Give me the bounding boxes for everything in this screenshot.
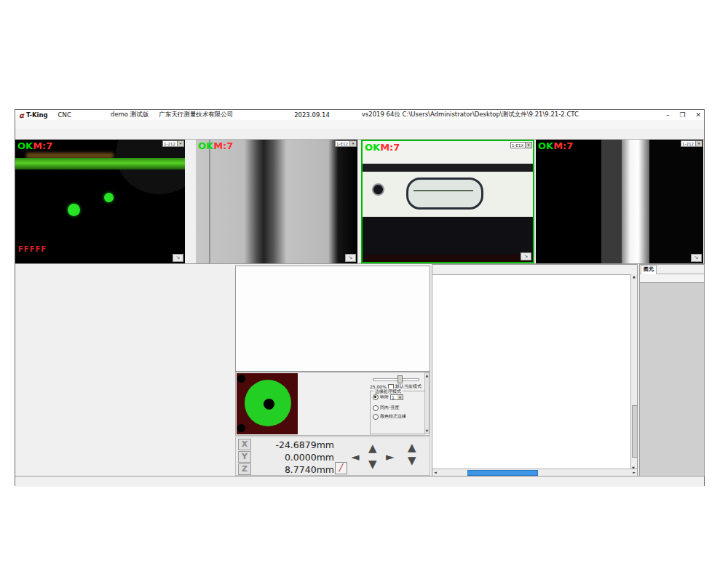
z-value: 8.7740mm	[256, 464, 334, 475]
snap-level-dropdown[interactable]: 1	[390, 394, 403, 400]
camera1-magnification-dropdown[interactable]: 1-212▾	[162, 140, 184, 147]
light-options: 25.00% 默认当前模式 边缘处理模式 吸附1 同向-强度 颜色校正边缘	[368, 373, 427, 434]
camera1-resize-grip[interactable]: ↘	[173, 254, 183, 262]
detail-panel-empty-area	[640, 365, 704, 476]
camera3-dark-band-top	[363, 164, 533, 172]
table-tabs	[432, 265, 637, 275]
chevron-down-icon: ▾	[349, 141, 356, 146]
app-name: CNC	[58, 111, 71, 119]
edge-mode-group: 边缘处理模式 吸附1 同向-强度 颜色校正边缘	[370, 391, 425, 434]
app-edition: demo 测试版	[111, 111, 149, 119]
ring-mode-buttons	[299, 374, 310, 435]
radio-direction-strength[interactable]	[373, 405, 379, 411]
table-horizontal-scrollbar[interactable]: ◄►	[432, 469, 637, 476]
camera1-readout-text: FFFFF	[18, 245, 47, 253]
app-logo-icon: α	[19, 111, 24, 119]
screenshot-stage: { "window": { "logo": "α", "brand": "T-K…	[0, 0, 728, 574]
app-window: α T-King CNC demo 测试版 广东天行测量技术有限公司 2023.…	[15, 109, 705, 486]
camera3-bottom-glow	[363, 255, 533, 263]
camera1-laser-dot-2	[104, 193, 114, 202]
jog-left-icon[interactable]: ◄	[351, 452, 360, 462]
camera4-bright-strip	[622, 140, 649, 263]
ring-light-display[interactable]	[237, 373, 298, 434]
element-detail-panel: 图元	[639, 264, 705, 477]
camera3-magnification-dropdown[interactable]: 1-E1X▾	[510, 142, 532, 148]
light-control-panel: 25.00% 默认当前模式 边缘处理模式 吸附1 同向-强度 颜色校正边缘 ▲▼	[235, 372, 430, 436]
camera3-resize-grip[interactable]: ↘	[521, 252, 531, 260]
camera4-status-label: OKM:7	[538, 140, 573, 151]
title-date: 2023.09.14	[294, 111, 330, 119]
slider-thumb[interactable]	[397, 375, 403, 383]
xy-jog-arrows[interactable]: ◄ ▲ ▼ ►	[351, 443, 397, 472]
diagonal-jog-button[interactable]: ╱	[335, 462, 347, 474]
title-bar: α T-King CNC demo 测试版 广东天行测量技术有限公司 2023.…	[15, 110, 704, 121]
camera2-status-label: OKM:7	[198, 140, 233, 151]
y-axis-icon: Y	[238, 451, 251, 463]
ring-light-center	[264, 399, 274, 410]
minimize-button[interactable]: –	[666, 111, 670, 119]
ring-corner-dot	[237, 375, 245, 383]
radio-snap[interactable]	[373, 394, 379, 400]
camera4-dark-right	[649, 140, 703, 263]
camera3-hole	[373, 185, 383, 194]
chevron-down-icon: ▾	[525, 143, 531, 148]
table-vertical-scrollbar[interactable]: ▲▼	[630, 274, 637, 470]
chevron-down-icon: ▾	[177, 141, 183, 146]
camera-view-4[interactable]: OKM:7 1-212▾ ↘	[536, 140, 703, 263]
camera2-resize-grip[interactable]: ↘	[345, 254, 356, 262]
company-name: 广东天行测量技术有限公司	[159, 111, 233, 119]
maximize-button[interactable]: ❐	[679, 111, 685, 119]
contrast-slider[interactable]	[373, 375, 418, 381]
camera4-gray-zone	[601, 140, 622, 263]
camera3-status-label: OKM:7	[365, 142, 400, 153]
z-down-icon[interactable]: ▼	[408, 456, 416, 465]
jog-right-icon[interactable]: ►	[386, 452, 395, 462]
camera-view-2[interactable]: OKM:7 1-E12▾ ↘	[196, 140, 357, 263]
measurement-table-panel: ▲▼ ◄►	[432, 264, 638, 477]
camera3-dark-band-bottom	[363, 217, 533, 255]
tool-palette	[235, 266, 430, 372]
x-axis-icon: X	[238, 439, 251, 450]
radio-color-edge[interactable]	[373, 414, 379, 420]
jog-down-icon[interactable]: ▼	[368, 459, 377, 469]
camera1-status-label: OKM:7	[17, 140, 52, 151]
main-toolbar	[15, 129, 704, 140]
ring-corner-dot	[237, 424, 245, 432]
y-value: 0.0000mm	[256, 452, 334, 463]
camera3-slot	[406, 178, 483, 210]
z-up-icon[interactable]: ▲	[408, 443, 416, 452]
camera1-laser-dot-1	[68, 204, 80, 216]
jog-up-icon[interactable]: ▲	[368, 443, 377, 453]
camera4-resize-grip[interactable]: ↘	[691, 254, 702, 262]
camera-view-1[interactable]: OKM:7 1-212▾ FFFFF ↘	[15, 140, 185, 263]
z-jog-arrows[interactable]: ▲ ▼	[408, 443, 419, 472]
coordinate-readout: X-24.6879mm Y0.0000mm Z8.7740mm ╱ ◄ ▲ ▼ …	[235, 437, 430, 476]
camera1-laser-band	[15, 158, 185, 170]
main-area: 25.00% 默认当前模式 边缘处理模式 吸附1 同向-强度 颜色校正边缘 ▲▼…	[15, 263, 704, 476]
camera3-slot-pin	[414, 190, 473, 191]
camera-view-3-selected[interactable]: OKM:7 1-E1X▾ ↘	[361, 140, 534, 263]
status-bar	[15, 476, 704, 487]
app-brand: T-King	[26, 111, 48, 119]
chevron-down-icon: ▾	[695, 141, 702, 146]
camera2-edge-line	[209, 140, 210, 263]
close-button[interactable]: ✕	[695, 111, 701, 119]
camera4-magnification-dropdown[interactable]: 1-212▾	[681, 140, 703, 147]
z-axis-icon: Z	[238, 463, 251, 475]
x-value: -24.6879mm	[256, 439, 334, 450]
tab-element[interactable]: 图元	[641, 265, 657, 274]
options-scrollbar[interactable]: ▲▼	[424, 372, 430, 434]
camera2-magnification-dropdown[interactable]: 1-E12▾	[335, 140, 357, 147]
title-build-path: vs2019 64位 C:\Users\Administrator\Deskto…	[362, 111, 579, 119]
camera-row: OKM:7 1-212▾ FFFFF ↘ OKM:7 1-E12▾ ↘ OKM:…	[15, 140, 704, 263]
